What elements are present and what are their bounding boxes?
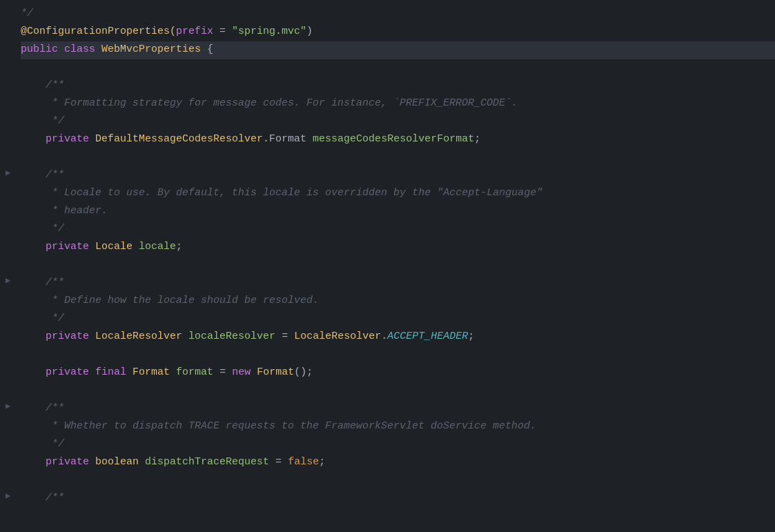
code-token: DefaultMessageCodesResolver	[95, 131, 263, 148]
code-line: */	[21, 6, 775, 23]
code-token: * header.	[21, 203, 108, 219]
code-token: ();	[294, 364, 313, 381]
code-token: */	[21, 311, 64, 327]
code-token: ;	[319, 454, 325, 471]
code-line	[21, 472, 775, 490]
code-line	[21, 257, 775, 275]
code-line: ▶ /**	[21, 167, 775, 185]
code-token	[21, 328, 46, 345]
code-token	[21, 364, 46, 381]
code-token: =	[213, 364, 232, 381]
code-token	[133, 239, 139, 255]
code-token: messageCodesResolverFormat	[313, 131, 474, 148]
code-token	[95, 41, 101, 58]
code-token: WebMvcProperties	[101, 41, 201, 58]
code-token: private	[46, 131, 89, 148]
code-token: =	[275, 328, 294, 345]
code-token: /**	[21, 490, 64, 506]
code-content: */@ConfigurationProperties(prefix = "spr…	[0, 0, 775, 513]
code-token: * Whether to dispatch TRACE requests to …	[21, 418, 536, 435]
code-token: @ConfigurationProperties(	[21, 23, 176, 40]
code-token	[21, 131, 46, 148]
code-token: class	[64, 41, 95, 58]
code-token: .	[381, 328, 387, 345]
code-token: locale	[139, 239, 176, 255]
code-token: =	[213, 23, 232, 40]
code-line: private Locale locale;	[21, 239, 775, 257]
code-token: boolean	[95, 454, 139, 471]
code-token: Locale	[95, 239, 133, 255]
code-token: ACCEPT_HEADER	[387, 328, 468, 345]
code-token	[21, 239, 46, 255]
code-line: public class WebMvcProperties {	[21, 41, 775, 59]
code-token: Format	[133, 364, 170, 381]
code-token	[89, 364, 95, 381]
code-line: * Define how the locale should be resolv…	[21, 293, 775, 311]
code-line	[21, 59, 775, 77]
code-line: private boolean dispatchTraceRequest = f…	[21, 454, 775, 472]
code-token: "Accept-Language"	[431, 185, 542, 201]
code-line: private final Format format = new Format…	[21, 364, 775, 382]
gutter-icon: ▶	[6, 167, 10, 180]
code-line: */	[21, 221, 775, 239]
code-line: private DefaultMessageCodesResolver.Form…	[21, 131, 775, 149]
code-line: private LocaleResolver localeResolver = …	[21, 328, 775, 346]
code-token	[58, 41, 64, 58]
gutter-icon: ▶	[6, 400, 10, 413]
code-line: * Locale to use. By default, this locale…	[21, 185, 775, 203]
code-token: final	[95, 364, 126, 381]
code-token: ;	[474, 131, 480, 148]
code-line	[21, 346, 775, 364]
gutter-icon: ▶	[6, 275, 10, 288]
code-token: localeResolver	[188, 328, 275, 345]
code-token: private	[46, 239, 89, 255]
code-token	[21, 454, 46, 471]
code-token: false	[288, 454, 319, 471]
code-line	[21, 382, 775, 400]
code-token: LocaleResolver	[294, 328, 381, 345]
code-token: private	[46, 328, 89, 345]
code-token	[126, 364, 133, 381]
code-token: locale is overridden by	[257, 185, 412, 201]
code-token: */	[21, 436, 64, 453]
code-token	[89, 131, 95, 148]
gutter-icon: ▶	[6, 490, 10, 503]
code-line: @ConfigurationProperties(prefix = "sprin…	[21, 23, 775, 41]
code-token: {	[201, 41, 213, 58]
code-token	[89, 328, 95, 345]
code-token	[170, 364, 176, 381]
code-token	[89, 239, 95, 255]
code-token: public	[21, 41, 58, 58]
code-line: ▶ /**	[21, 275, 775, 293]
code-token: dispatchTraceRequest	[145, 454, 269, 471]
code-token: ;	[468, 328, 474, 345]
code-token	[251, 364, 257, 381]
code-line: */	[21, 436, 775, 454]
code-token: )	[306, 23, 313, 40]
code-token: the	[412, 185, 431, 201]
code-line	[21, 149, 775, 167]
code-token: /**	[21, 167, 64, 184]
code-token: */	[21, 6, 33, 22]
code-token: Format	[257, 364, 294, 381]
code-token: private	[46, 454, 89, 471]
code-line: ▶ /**	[21, 490, 775, 508]
code-token: "spring.mvc"	[232, 23, 306, 40]
code-editor: */@ConfigurationProperties(prefix = "spr…	[0, 0, 775, 532]
code-token: LocaleResolver	[95, 328, 182, 345]
code-token: * Locale to use. By default,	[21, 185, 232, 201]
code-token: private	[46, 364, 89, 381]
code-line: /**	[21, 77, 775, 95]
code-token: ;	[176, 239, 182, 255]
code-token: /**	[21, 77, 64, 94]
code-token: .Format	[263, 131, 313, 148]
code-line: */	[21, 113, 775, 131]
code-line: * Whether to dispatch TRACE requests to …	[21, 418, 775, 436]
code-token: */	[21, 221, 64, 237]
code-token	[89, 454, 95, 471]
code-token	[139, 454, 145, 471]
code-token: this	[232, 185, 257, 201]
code-token: /**	[21, 275, 64, 291]
code-token: format	[176, 364, 213, 381]
code-token: * Define how the locale should be resolv…	[21, 293, 319, 309]
